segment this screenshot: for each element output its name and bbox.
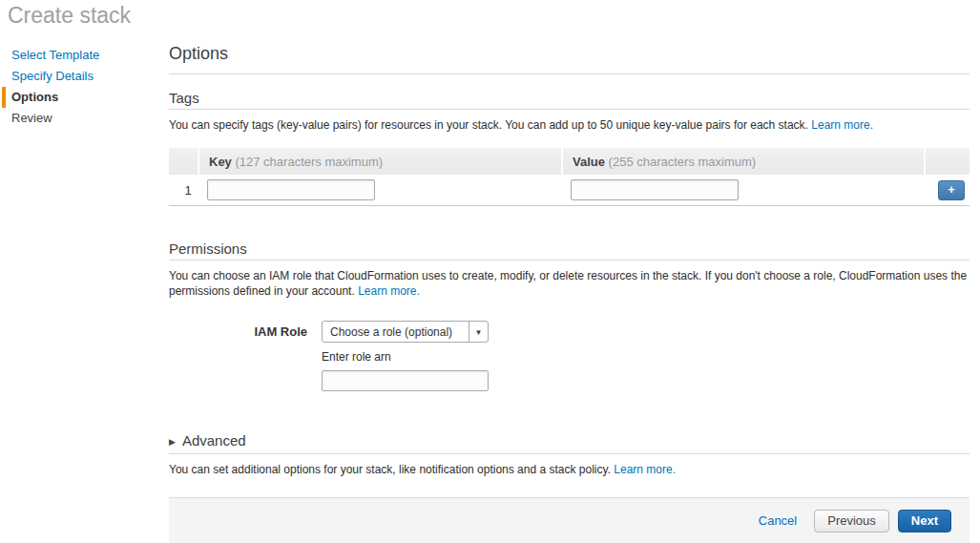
tags-table: Key (127 characters maximum) Value (255 … — [169, 148, 970, 206]
plus-icon: + — [948, 182, 955, 197]
advanced-section-toggle[interactable]: ▶Advanced — [169, 432, 970, 454]
cancel-link[interactable]: Cancel — [759, 513, 797, 528]
tag-row-number: 1 — [169, 175, 198, 206]
wizard-footer: Cancel Previous Next — [169, 497, 970, 543]
sidebar-item-options[interactable]: Options — [2, 87, 162, 108]
iam-role-label: IAM Role — [169, 321, 307, 391]
permissions-learn-more-link[interactable]: Learn more. — [358, 284, 420, 298]
advanced-heading-label: Advanced — [182, 432, 246, 449]
iam-role-select[interactable]: Choose a role (optional) ▾ — [322, 321, 489, 343]
role-arn-label: Enter role arn — [322, 350, 489, 364]
main-content: Options Tags You can specify tags (key-v… — [169, 0, 970, 543]
next-button[interactable]: Next — [898, 510, 951, 533]
tags-table-header-row: Key (127 characters maximum) Value (255 … — [169, 148, 970, 175]
wizard-steps-sidebar: Select Template Specify Details Options … — [0, 45, 162, 129]
role-arn-input[interactable] — [322, 370, 489, 391]
iam-role-select-value: Choose a role (optional) — [323, 325, 469, 339]
previous-button[interactable]: Previous — [814, 510, 889, 533]
add-tag-button[interactable]: + — [938, 180, 965, 200]
value-column-label: Value — [573, 155, 605, 169]
tags-description-text: You can specify tags (key-value pairs) f… — [169, 118, 808, 132]
key-column-label: Key — [209, 155, 232, 169]
tag-value-input[interactable] — [571, 179, 739, 200]
tags-section-heading: Tags — [169, 90, 970, 110]
page-title: Create stack — [8, 3, 131, 29]
key-column-header: Key (127 characters maximum) — [198, 148, 561, 175]
advanced-description-text: You can set additional options for your … — [169, 463, 611, 476]
tags-learn-more-link[interactable]: Learn more. — [811, 118, 873, 132]
iam-role-controls: Choose a role (optional) ▾ Enter role ar… — [322, 321, 489, 391]
chevron-down-icon: ▾ — [469, 322, 488, 342]
iam-role-form-row: IAM Role Choose a role (optional) ▾ Ente… — [169, 321, 970, 391]
row-number-column-header — [169, 148, 198, 175]
advanced-description: You can set additional options for your … — [169, 462, 970, 477]
tags-description: You can specify tags (key-value pairs) f… — [169, 117, 970, 133]
permissions-section-heading: Permissions — [169, 240, 970, 261]
permissions-description-text: You can choose an IAM role that CloudFor… — [169, 269, 967, 298]
tag-key-input[interactable] — [207, 179, 375, 200]
action-column-header — [924, 148, 970, 175]
sidebar-item-specify-details[interactable]: Specify Details — [0, 66, 162, 87]
step-heading: Options — [169, 44, 970, 74]
permissions-description: You can choose an IAM role that CloudFor… — [169, 268, 970, 299]
sidebar-item-review: Review — [0, 108, 162, 129]
key-column-hint: (127 characters maximum) — [235, 155, 383, 169]
tag-row: 1 + — [169, 175, 970, 206]
value-column-header: Value (255 characters maximum) — [561, 148, 924, 175]
expand-arrow-icon: ▶ — [169, 434, 176, 450]
advanced-learn-more-link[interactable]: Learn more. — [614, 463, 676, 476]
value-column-hint: (255 characters maximum) — [609, 155, 757, 169]
sidebar-item-select-template[interactable]: Select Template — [0, 45, 162, 66]
